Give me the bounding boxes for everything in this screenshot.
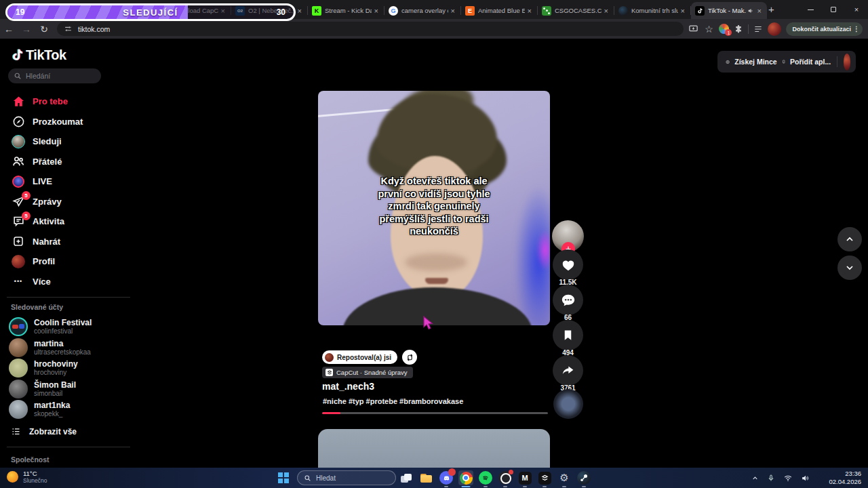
tab-kick-stream[interactable]: K Stream - Kick Das... ×	[308, 2, 384, 19]
save-screen-icon[interactable]	[688, 24, 698, 34]
share-button[interactable]	[553, 355, 583, 386]
previous-video-button[interactable]	[837, 227, 862, 251]
upload-icon	[11, 235, 26, 248]
wifi-icon[interactable]	[783, 474, 793, 483]
next-video-preview[interactable]	[318, 429, 550, 468]
discord-button[interactable]	[439, 470, 454, 485]
tab-csgocases[interactable]: CSGOCASES.CO... ×	[538, 2, 614, 19]
extensions-puzzle-icon[interactable]	[734, 24, 743, 34]
browser-profile-avatar[interactable]	[768, 22, 781, 36]
bookmark-star-icon[interactable]: ☆	[703, 24, 714, 35]
close-window-button[interactable]: ×	[845, 0, 868, 19]
steam-button[interactable]	[576, 470, 591, 485]
spotify-button[interactable]	[478, 470, 493, 485]
tab-close-icon[interactable]: ×	[526, 7, 533, 15]
capcut-button[interactable]	[537, 470, 552, 485]
microphone-icon[interactable]	[767, 474, 775, 483]
account-coolin-festival[interactable]: Coolin Festival coolinfestival	[0, 317, 156, 338]
account-handle: skopekk_	[34, 410, 70, 418]
sidebar-item-pratele[interactable]: Přátelé	[0, 152, 156, 172]
new-tab-button[interactable]: +	[768, 3, 774, 15]
tab-close-icon[interactable]: ×	[296, 7, 303, 15]
avatar	[9, 400, 28, 419]
account-mart1nka[interactable]: mart1nka skopekk_	[0, 399, 156, 420]
sidebar-item-prozkoumat[interactable]: Prozkoumat	[0, 112, 156, 132]
minimize-button[interactable]	[799, 0, 822, 19]
comment-button[interactable]	[553, 285, 583, 315]
extension-icon[interactable]: 1	[719, 24, 729, 34]
chrome-button[interactable]	[458, 470, 473, 485]
tab-close-icon[interactable]: ×	[603, 7, 610, 15]
update-chrome-button[interactable]: Dokončit aktualizaci ⋮	[786, 22, 863, 36]
address-bar[interactable]: tiktok.com	[57, 22, 684, 36]
file-explorer-button[interactable]	[418, 470, 433, 485]
window-controls: ×	[799, 0, 868, 19]
get-app-button[interactable]: Pořídit apl...	[790, 58, 831, 66]
get-coins-button[interactable]: Získej Mince	[734, 58, 776, 66]
like-button[interactable]	[553, 249, 583, 280]
tab-etsy[interactable]: E Animated Blue Ele... ×	[461, 2, 537, 19]
forward-icon[interactable]: →	[18, 24, 35, 35]
account-martina[interactable]: martina ultrasecretskopkaa	[0, 338, 156, 359]
sidebar-item-nahrat[interactable]: Nahrát	[0, 232, 156, 252]
task-view-button[interactable]	[399, 470, 414, 485]
sidebar-item-profil[interactable]: Profil	[0, 251, 156, 272]
tab-close-icon[interactable]: ×	[679, 7, 686, 15]
tune-icon[interactable]	[64, 24, 73, 33]
tab-camera-overlay[interactable]: G camera overlay o... ×	[384, 2, 460, 19]
tab-title: TikTok - Mak...	[708, 7, 746, 14]
show-all-button[interactable]: Zobrazit vše	[0, 426, 77, 436]
speaker-icon[interactable]	[801, 474, 810, 483]
tab-audio-icon[interactable]	[747, 5, 754, 17]
bookmark-button[interactable]	[553, 320, 583, 350]
clock-date: 02.04.2026	[829, 478, 861, 486]
discord-icon	[439, 471, 453, 485]
tab-close-icon[interactable]: ×	[450, 7, 456, 15]
tab-steam-market[interactable]: Komunitní trh slu... ×	[614, 2, 690, 19]
taskbar-clock[interactable]: 23:36 02.04.2026	[829, 470, 861, 486]
weather-condition: Slunečno	[23, 477, 47, 484]
taskbar-search-input[interactable]	[316, 474, 384, 482]
taskbar-weather-widget[interactable]: 11°C Slunečno	[7, 470, 47, 484]
repost-button[interactable]	[402, 350, 417, 365]
sound-disc[interactable]	[553, 389, 583, 419]
avatar	[9, 317, 28, 336]
tiktok-logo[interactable]: TikTok	[9, 47, 66, 63]
tab-close-icon[interactable]: ×	[756, 7, 763, 15]
maximize-button[interactable]	[822, 0, 845, 19]
sidebar-item-sleduji[interactable]: Sleduji	[0, 131, 156, 152]
back-icon[interactable]: ←	[0, 24, 18, 35]
tiktok-search[interactable]	[8, 68, 101, 83]
tab-tiktok-active[interactable]: TikTok - Mak... ×	[691, 2, 767, 19]
reading-list-icon[interactable]	[753, 24, 763, 34]
sidebar-item-aktivita[interactable]: 5 Aktivita	[0, 211, 156, 232]
video-hashtags[interactable]: #niche #typ #protebe #bramborovakase	[323, 397, 463, 405]
account-simon-bail[interactable]: Šimon Bail simonbail	[0, 379, 156, 400]
video-player[interactable]: Když otevřeš tiktok ale první co vidíš j…	[318, 91, 550, 325]
search-input[interactable]	[26, 72, 94, 80]
refresh-icon[interactable]: ↻	[35, 24, 53, 35]
next-video-button[interactable]	[837, 256, 862, 280]
account-handle: coolinfestival	[34, 327, 92, 335]
messages-badge: 5	[22, 191, 31, 200]
settings-button[interactable]: ⚙	[557, 470, 572, 485]
video-progress-bar[interactable]	[322, 412, 548, 414]
tab-close-icon[interactable]: ×	[373, 7, 380, 15]
obs-button[interactable]	[498, 470, 513, 485]
user-avatar[interactable]	[844, 54, 850, 70]
friends-icon	[11, 155, 26, 168]
medal-button[interactable]: M	[517, 470, 532, 485]
browser-menu-kebab-icon[interactable]: ⋮	[853, 25, 860, 33]
sidebar-item-zpravy[interactable]: 5 Zprávy	[0, 192, 156, 212]
spotify-icon	[479, 471, 492, 485]
sidebar-item-live[interactable]: LIVE	[0, 171, 156, 192]
start-button[interactable]	[278, 472, 289, 483]
video-username[interactable]: mat_.nech3	[322, 381, 374, 392]
sidebar-item-vice[interactable]: ••• Více	[0, 272, 156, 292]
sidebar-item-pro-tebe[interactable]: Pro tebe	[0, 92, 156, 112]
tray-chevron-icon[interactable]	[751, 474, 759, 482]
capcut-attribution[interactable]: CapCut · Snadné úpravy	[322, 367, 413, 378]
taskbar-search[interactable]	[297, 470, 396, 485]
account-hrochoviny[interactable]: hrochoviny hrochoviny	[0, 358, 156, 379]
nav-label: Aktivita	[33, 216, 64, 226]
